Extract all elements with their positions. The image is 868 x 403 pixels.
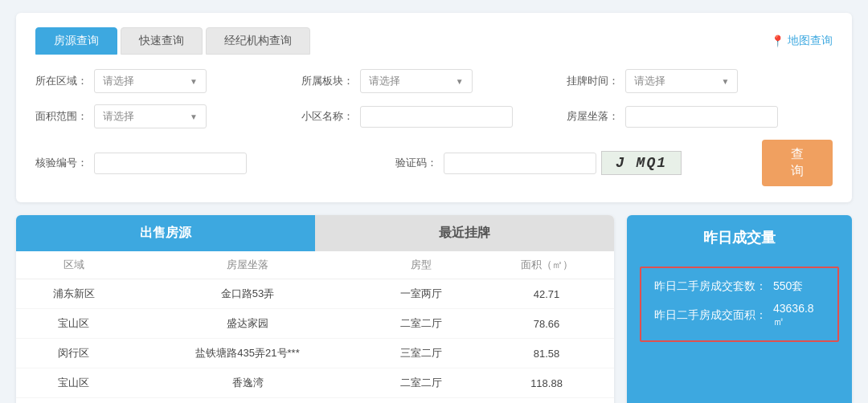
field-verify-num: 核验编号：: [35, 153, 389, 174]
more-link[interactable]: 更多 ▶: [16, 398, 614, 403]
field-list-time: 挂牌时间： 请选择 ▼: [567, 69, 833, 93]
cell-district: 闵行区: [16, 339, 131, 368]
label-area-range: 面积范围：: [35, 109, 88, 124]
chevron-icon-3: ▼: [721, 77, 729, 86]
table-row: 宝山区 香逸湾 二室二厅 118.88: [16, 368, 614, 398]
table-tabs: 出售房源 最近挂牌: [16, 215, 614, 251]
field-block: 所属板块： 请选择 ▼: [301, 69, 567, 93]
cell-area: 42.71: [479, 279, 614, 309]
tab-house-search[interactable]: 房源查询: [35, 27, 117, 55]
cell-district: 宝山区: [16, 309, 131, 339]
field-query-btn: 查询: [743, 140, 833, 186]
select-region[interactable]: 请选择 ▼: [94, 69, 207, 93]
form-row-3: 核验编号： 验证码： J MQ1 查询: [35, 140, 833, 186]
cell-area: 118.88: [479, 368, 614, 398]
main-container: 房源查询 快速查询 经纪机构查询 📍 地图查询 所在区域： 请选择 ▼: [16, 13, 852, 403]
select-area-range[interactable]: 请选择 ▼: [94, 104, 207, 128]
input-community[interactable]: [360, 106, 513, 128]
cell-address: 香逸湾: [131, 368, 363, 398]
stats-row-count: 昨日二手房成交套数： 550套: [654, 279, 825, 294]
form-row-1: 所在区域： 请选择 ▼ 所属板块： 请选择 ▼ 挂牌时间：: [35, 69, 833, 93]
tab-quick-search[interactable]: 快速查询: [121, 27, 203, 55]
label-captcha: 验证码：: [389, 156, 437, 170]
search-form: 所在区域： 请选择 ▼ 所属板块： 请选择 ▼ 挂牌时间：: [35, 69, 833, 186]
table-row: 闵行区 盐铁塘路435弄21号*** 三室二厅 81.58: [16, 339, 614, 368]
col-district: 区域: [16, 251, 131, 279]
select-list-time[interactable]: 请选择 ▼: [625, 69, 738, 93]
stats-content: 昨日二手房成交套数： 550套 昨日二手房成交面积： 43636.8㎡: [627, 258, 852, 358]
tab-for-sale[interactable]: 出售房源: [16, 215, 315, 251]
label-region: 所在区域：: [35, 74, 88, 88]
cell-type: 二室二厅: [364, 309, 479, 339]
field-address: 房屋坐落：: [567, 106, 833, 128]
table-row: 宝山区 盛达家园 二室二厅 78.66: [16, 309, 614, 339]
col-area: 面积（㎡）: [479, 251, 614, 279]
chevron-icon: ▼: [190, 77, 198, 86]
captcha-wrap: J MQ1: [444, 151, 682, 175]
cell-address: 金口路53弄: [131, 279, 363, 309]
map-query-link[interactable]: 📍 地图查询: [771, 34, 833, 48]
query-button[interactable]: 查询: [762, 140, 833, 186]
stats-label-count: 昨日二手房成交套数：: [654, 279, 767, 294]
stats-inner: 昨日二手房成交套数： 550套 昨日二手房成交面积： 43636.8㎡: [640, 267, 839, 342]
chevron-icon-4: ▼: [190, 112, 198, 121]
cell-type: 二室二厅: [364, 368, 479, 398]
field-area-range: 面积范围： 请选择 ▼: [35, 104, 301, 128]
stats-row-area: 昨日二手房成交面积： 43636.8㎡: [654, 302, 825, 329]
select-block[interactable]: 请选择 ▼: [360, 69, 473, 93]
cell-area: 78.66: [479, 309, 614, 339]
input-address[interactable]: [625, 106, 778, 128]
tab-recent-listed[interactable]: 最近挂牌: [315, 215, 614, 251]
label-block: 所属板块：: [301, 74, 354, 88]
search-tabs: 房源查询 快速查询 经纪机构查询 📍 地图查询: [35, 27, 833, 55]
table-card: 出售房源 最近挂牌 区域 房屋坐落 房型 面积（㎡） 浦东新区 金口路53弄 一…: [16, 215, 614, 403]
field-community: 小区名称：: [301, 106, 567, 128]
field-region: 所在区域： 请选择 ▼: [35, 69, 301, 93]
search-card: 房源查询 快速查询 经纪机构查询 📍 地图查询 所在区域： 请选择 ▼: [16, 13, 852, 202]
cell-area: 81.58: [479, 339, 614, 368]
property-table: 区域 房屋坐落 房型 面积（㎡） 浦东新区 金口路53弄 一室两厅 42.71 …: [16, 251, 614, 398]
cell-type: 三室二厅: [364, 339, 479, 368]
location-icon: 📍: [771, 35, 784, 47]
label-list-time: 挂牌时间：: [567, 74, 619, 88]
form-row-2: 面积范围： 请选择 ▼ 小区名称： 房屋坐落：: [35, 104, 833, 128]
stats-label-area: 昨日二手房成交面积：: [654, 308, 767, 323]
label-address: 房屋坐落：: [567, 109, 619, 124]
cell-district: 浦东新区: [16, 279, 131, 309]
cell-type: 一室两厅: [364, 279, 479, 309]
stats-value-count: 550套: [773, 279, 803, 294]
stats-title: 昨日成交量: [627, 215, 852, 258]
col-type: 房型: [364, 251, 479, 279]
stats-card: 昨日成交量 昨日二手房成交套数： 550套 昨日二手房成交面积： 43636.8…: [627, 215, 852, 403]
captcha-image[interactable]: J MQ1: [601, 151, 682, 175]
label-verify-num: 核验编号：: [35, 156, 88, 170]
input-captcha[interactable]: [444, 153, 596, 174]
table-header-row: 区域 房屋坐落 房型 面积（㎡）: [16, 251, 614, 279]
table-row: 浦东新区 金口路53弄 一室两厅 42.71: [16, 279, 614, 309]
cell-district: 宝山区: [16, 368, 131, 398]
stats-value-area: 43636.8㎡: [773, 302, 825, 329]
cell-address: 盛达家园: [131, 309, 363, 339]
tab-agency-search[interactable]: 经纪机构查询: [206, 27, 310, 55]
input-verify-num[interactable]: [94, 153, 247, 174]
bottom-section: 出售房源 最近挂牌 区域 房屋坐落 房型 面积（㎡） 浦东新区 金口路53弄 一…: [16, 215, 852, 403]
field-captcha: 验证码： J MQ1: [389, 151, 743, 175]
cell-address: 盐铁塘路435弄21号***: [131, 339, 363, 368]
chevron-icon-2: ▼: [456, 77, 464, 86]
label-community: 小区名称：: [301, 109, 354, 124]
col-address: 房屋坐落: [131, 251, 363, 279]
